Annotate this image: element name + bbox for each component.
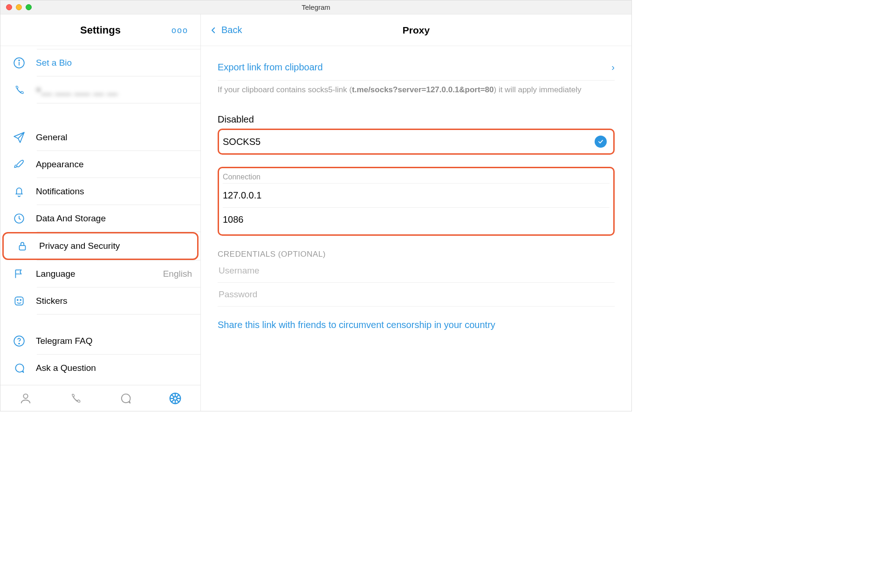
connection-heading: Connection [223, 169, 610, 184]
sidebar-item-label: Stickers [36, 296, 192, 306]
sidebar-item-label: Language [36, 269, 153, 279]
sticker-icon [13, 295, 26, 307]
sidebar-header: Settings ooo [0, 14, 200, 46]
export-link-row[interactable]: Export link from clipboard › [218, 56, 615, 81]
app-body: Settings ooo Set a Bio +__ ___ ___ __ __ [0, 14, 631, 411]
svg-rect-5 [15, 297, 23, 305]
sidebar-item-label: Appearance [36, 159, 192, 170]
sidebar-item-label: Data And Storage [36, 213, 192, 224]
proxy-status-label: Disabled [218, 114, 615, 125]
port-input[interactable] [223, 208, 610, 232]
chevron-left-icon [209, 26, 218, 34]
bell-icon [13, 185, 26, 198]
tab-calls[interactable] [69, 391, 82, 405]
help-icon [13, 335, 26, 347]
sidebar-item-faq[interactable]: Telegram FAQ [0, 328, 200, 354]
tab-settings[interactable] [168, 391, 182, 405]
sidebar-item-label: Telegram FAQ [36, 336, 192, 346]
svg-point-2 [19, 60, 20, 61]
svg-point-12 [174, 397, 178, 400]
sidebar-heading: Settings [80, 24, 121, 36]
sidebar-item-value: English [163, 269, 192, 279]
proxy-type-row[interactable]: SOCKS5 [218, 129, 615, 155]
titlebar: Telegram [0, 0, 631, 14]
connection-section: Connection [218, 167, 615, 236]
more-options-button[interactable]: ooo [171, 25, 188, 35]
host-input[interactable] [223, 184, 610, 208]
main-panel: Back Proxy Export link from clipboard › … [201, 14, 631, 411]
export-hint: If your clipboard contains socks5-link (… [218, 85, 615, 95]
bottom-tabbar [0, 385, 200, 411]
sidebar-item-general[interactable]: General [0, 124, 200, 150]
flag-icon [13, 268, 26, 280]
export-link-label: Export link from clipboard [218, 62, 323, 73]
share-link-button[interactable]: Share this link with friends to circumve… [218, 320, 615, 330]
sidebar-item-data-storage[interactable]: Data And Storage [0, 205, 200, 232]
sidebar-item-label: Privacy and Security [39, 241, 189, 251]
app-window: Telegram Settings ooo Set a Bio [0, 0, 632, 411]
window-minimize-button[interactable] [16, 4, 22, 10]
chat-bubble-icon [13, 362, 26, 374]
svg-point-6 [17, 299, 18, 300]
password-input[interactable] [218, 283, 615, 307]
back-label: Back [221, 25, 242, 35]
username-input[interactable] [218, 259, 615, 283]
sidebar-item-privacy-security[interactable]: Privacy and Security [4, 233, 197, 259]
paper-plane-icon [13, 131, 26, 144]
svg-point-9 [19, 343, 20, 344]
checkmark-icon [595, 136, 607, 148]
sidebar-item-label: Ask a Question [36, 363, 192, 373]
app-title: Telegram [302, 3, 330, 11]
window-close-button[interactable] [6, 4, 12, 10]
info-icon [13, 57, 26, 69]
sidebar-item-stickers[interactable]: Stickers [0, 287, 200, 314]
svg-point-7 [20, 299, 21, 300]
window-zoom-button[interactable] [26, 4, 32, 10]
highlight-privacy: Privacy and Security [2, 232, 199, 260]
svg-point-10 [23, 394, 27, 398]
back-button[interactable]: Back [209, 25, 242, 35]
brush-icon [13, 158, 26, 171]
lock-icon [16, 240, 29, 252]
sidebar-item-ask-question[interactable]: Ask a Question [0, 355, 200, 381]
sidebar-item-phone[interactable]: +__ ___ ___ __ __ [0, 76, 200, 103]
svg-rect-4 [20, 246, 26, 250]
credentials-heading: CREDENTIALS (OPTIONAL) [218, 250, 615, 259]
main-body: Export link from clipboard › If your cli… [201, 46, 631, 411]
sidebar-item-label: General [36, 132, 192, 143]
chevron-right-icon: › [611, 62, 615, 73]
sidebar-item-label: Set a Bio [36, 58, 192, 68]
tab-contacts[interactable] [19, 391, 33, 405]
phone-icon [13, 84, 26, 96]
sidebar-item-label: +__ ___ ___ __ __ [36, 85, 192, 95]
main-header: Back Proxy [201, 14, 631, 46]
page-title: Proxy [403, 25, 430, 36]
sidebar-item-set-bio[interactable]: Set a Bio [0, 49, 200, 76]
tab-chats[interactable] [118, 391, 132, 405]
sidebar-item-label: Notifications [36, 186, 192, 197]
proxy-type-label: SOCKS5 [223, 137, 260, 147]
traffic-lights [6, 4, 32, 10]
sidebar-item-notifications[interactable]: Notifications [0, 178, 200, 205]
clock-icon [13, 212, 26, 225]
settings-sidebar: Settings ooo Set a Bio +__ ___ ___ __ __ [0, 14, 201, 411]
sidebar-list: Set a Bio +__ ___ ___ __ __ General [0, 46, 200, 385]
sidebar-item-language[interactable]: Language English [0, 260, 200, 287]
sidebar-item-appearance[interactable]: Appearance [0, 151, 200, 178]
